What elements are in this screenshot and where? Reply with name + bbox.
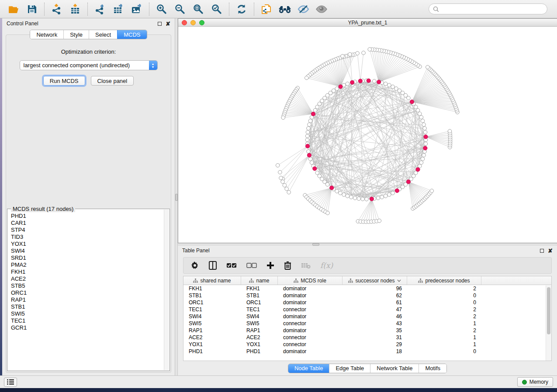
mcds-result-item[interactable]: PHD1 bbox=[11, 213, 163, 220]
mcds-result-item[interactable]: ORC1 bbox=[11, 289, 163, 296]
table-cell: 31 bbox=[343, 334, 407, 340]
table-row[interactable]: TEC1TEC1connector472 bbox=[183, 306, 551, 313]
memory-button[interactable]: Memory bbox=[517, 377, 553, 387]
add-column-icon[interactable] bbox=[266, 261, 274, 269]
mcds-result-item[interactable]: ACE2 bbox=[11, 275, 163, 282]
select-all-rows-icon[interactable] bbox=[226, 263, 237, 268]
table-row[interactable]: SWI4SWI4dominator462 bbox=[183, 313, 551, 320]
column-header-successor-nodes[interactable]: successor nodes bbox=[343, 276, 407, 285]
save-session-icon[interactable] bbox=[24, 2, 40, 17]
table-row[interactable]: PHD1PHD1dominator180 bbox=[183, 348, 551, 355]
column-header-predecessor-nodes[interactable]: predecessor nodes bbox=[407, 276, 481, 285]
network-canvas[interactable] bbox=[178, 27, 557, 243]
import-table-icon[interactable] bbox=[67, 2, 83, 17]
mcds-result-item[interactable]: TEC1 bbox=[11, 317, 163, 324]
column-header-shared-name[interactable]: shared name bbox=[183, 276, 241, 285]
table-scrollbar[interactable] bbox=[546, 285, 551, 361]
tab-network-table[interactable]: Network Table bbox=[370, 364, 419, 373]
mcds-result-item[interactable]: FKH1 bbox=[11, 268, 163, 275]
table-row[interactable]: YOX1YOX1connector291 bbox=[183, 341, 551, 348]
export-image-icon[interactable] bbox=[128, 2, 145, 17]
memory-status-icon bbox=[522, 380, 527, 385]
mcds-result-item[interactable]: CAR1 bbox=[11, 220, 163, 227]
tab-node-table[interactable]: Node Table bbox=[288, 364, 329, 373]
show-all-icon[interactable] bbox=[313, 2, 330, 17]
node-table-header: shared namenameMCDS rolesuccessor nodesp… bbox=[183, 276, 551, 285]
mcds-list-scrollbar[interactable] bbox=[164, 210, 169, 370]
zoom-in-icon[interactable] bbox=[153, 2, 170, 17]
table-cell: dominator bbox=[278, 285, 343, 292]
control-panel-tabs: NetworkStyleSelectMCDS bbox=[30, 30, 147, 39]
table-row[interactable]: FKH1FKH1dominator962 bbox=[183, 285, 551, 292]
table-cell: 96 bbox=[343, 285, 407, 292]
scrollbar-thumb[interactable] bbox=[547, 287, 550, 334]
search-box[interactable] bbox=[429, 3, 547, 14]
table-row[interactable]: SWI5SWI5connector431 bbox=[183, 320, 551, 327]
table-row[interactable]: STB1STB1dominator620 bbox=[183, 292, 551, 299]
search-input[interactable] bbox=[441, 6, 543, 12]
split-panel-icon[interactable] bbox=[209, 261, 217, 270]
table-panel: Table Panel ✘ bbox=[178, 245, 557, 375]
column-header-name[interactable]: name bbox=[241, 276, 278, 285]
mcds-result-item[interactable]: STB5 bbox=[11, 282, 163, 289]
tab-edge-table[interactable]: Edge Table bbox=[329, 364, 370, 373]
zoom-fit-icon[interactable] bbox=[190, 2, 207, 17]
float-panel-icon[interactable] bbox=[158, 22, 162, 26]
table-row[interactable]: ACE2ACE2connector311 bbox=[183, 334, 551, 341]
tab-mcds[interactable]: MCDS bbox=[117, 30, 146, 39]
export-table-icon[interactable] bbox=[110, 2, 127, 17]
table-cell: dominator bbox=[278, 299, 343, 306]
mcds-result-item[interactable]: SRD1 bbox=[11, 254, 163, 261]
delete-column-icon[interactable] bbox=[284, 261, 291, 270]
run-mcds-button[interactable]: Run MCDS bbox=[43, 76, 85, 86]
dropdown-stepper-icon: ▲▼ bbox=[149, 61, 157, 70]
table-cell: YOX1 bbox=[241, 341, 278, 347]
mcds-result-item[interactable]: RAP1 bbox=[11, 296, 163, 303]
column-header-MCDS-role[interactable]: MCDS role bbox=[278, 276, 343, 285]
criterion-dropdown[interactable]: largest connected component (undirected)… bbox=[20, 60, 158, 70]
hide-selected-icon[interactable] bbox=[295, 2, 311, 17]
table-cell: 46 bbox=[343, 313, 407, 320]
first-neighbors-icon[interactable] bbox=[277, 2, 293, 17]
close-panel-icon[interactable]: ✘ bbox=[166, 22, 170, 26]
table-cell: 1 bbox=[407, 320, 481, 327]
splitter-handle[interactable] bbox=[175, 194, 178, 201]
deselect-all-rows-icon[interactable] bbox=[246, 263, 257, 268]
tab-style[interactable]: Style bbox=[63, 30, 89, 39]
float-panel-icon[interactable] bbox=[540, 249, 544, 253]
close-panel-icon[interactable]: ✘ bbox=[548, 249, 553, 253]
mcds-result-item[interactable]: STP4 bbox=[11, 227, 163, 234]
close-panel-button[interactable]: Close panel bbox=[91, 76, 134, 86]
zoom-selected-icon[interactable] bbox=[208, 2, 225, 17]
tab-network[interactable]: Network bbox=[30, 30, 63, 39]
mcds-result-item[interactable]: PMA2 bbox=[11, 261, 163, 268]
copy-network-icon[interactable] bbox=[258, 2, 275, 17]
task-history-button[interactable] bbox=[4, 378, 17, 387]
refresh-view-icon[interactable] bbox=[233, 2, 250, 17]
vertical-splitter[interactable] bbox=[175, 18, 178, 375]
horizontal-splitter[interactable] bbox=[178, 243, 557, 245]
table-row[interactable]: ORC1ORC1dominator610 bbox=[183, 299, 551, 306]
mcds-result-item[interactable]: SWI4 bbox=[11, 248, 163, 254]
table-cell: SWI5 bbox=[241, 320, 278, 327]
mcds-result-item[interactable]: TID3 bbox=[11, 234, 163, 241]
splitter-handle[interactable] bbox=[312, 243, 319, 246]
import-network-icon[interactable] bbox=[48, 2, 65, 17]
network-window-titlebar[interactable]: YPA_prune.txt_1 bbox=[178, 19, 557, 27]
open-file-icon[interactable] bbox=[5, 2, 22, 17]
tab-motifs[interactable]: Motifs bbox=[419, 364, 446, 373]
search-icon bbox=[433, 6, 439, 12]
mcds-result-item[interactable]: SWI5 bbox=[11, 310, 163, 317]
zoom-out-icon[interactable] bbox=[172, 2, 188, 17]
mcds-tab-content: Optimization criterion: largest connecte… bbox=[6, 34, 171, 373]
mcds-result-item[interactable]: GCR1 bbox=[11, 324, 163, 331]
export-network-icon[interactable] bbox=[92, 2, 108, 17]
tab-select[interactable]: Select bbox=[89, 30, 117, 39]
table-row[interactable]: RAP1RAP1dominator352 bbox=[183, 327, 551, 334]
node-table: shared namenameMCDS rolesuccessor nodesp… bbox=[183, 276, 552, 361]
table-settings-gear-icon[interactable] bbox=[190, 261, 199, 270]
mcds-result-list[interactable]: PHD1CAR1STP4TID3YOX1SWI4SRD1PMA2FKH1ACE2… bbox=[11, 213, 163, 370]
mcds-result-item[interactable]: STB1 bbox=[11, 303, 163, 310]
mcds-result-item[interactable]: YOX1 bbox=[11, 241, 163, 248]
desktop-wallpaper-sliver bbox=[0, 388, 557, 392]
